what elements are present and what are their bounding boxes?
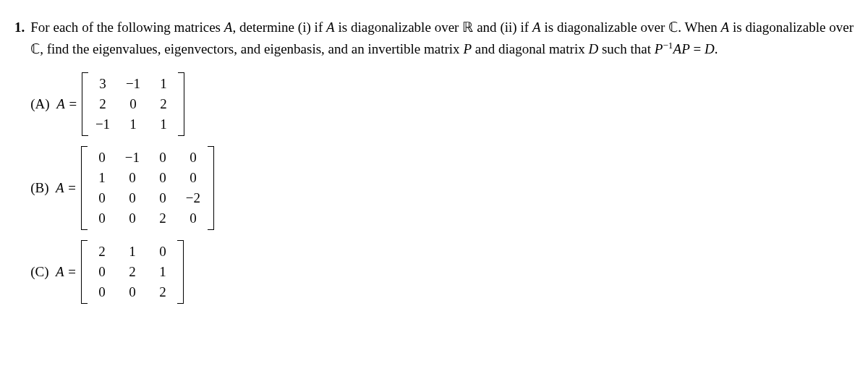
cell: −1	[123, 74, 143, 95]
var-A: A	[224, 20, 233, 35]
cell: 0	[92, 262, 112, 283]
cell: 1	[153, 114, 174, 135]
part-letter: (B)	[30, 180, 48, 195]
cell: 0	[92, 282, 112, 303]
cell: 2	[153, 282, 173, 303]
set-C: ℂ	[668, 20, 678, 35]
eq-equals: =	[690, 41, 705, 56]
cell: 0	[153, 168, 173, 189]
text-fragment: , determine (i) if	[232, 20, 326, 35]
eq-D: D	[705, 41, 715, 56]
cell: 0	[122, 188, 142, 209]
text-fragment: , find the eigenvalues, eigenvectors, an…	[40, 41, 463, 56]
cell: 0	[92, 208, 112, 229]
cell: 2	[122, 262, 142, 283]
var-P: P	[463, 41, 472, 56]
cell: 1	[153, 74, 174, 95]
matrix-A: 3 −1 1 2 0 2 −1 1 1	[82, 72, 184, 136]
part-lhs: A =	[56, 264, 77, 279]
problem-1: 1. For each of the following matrices A,…	[14, 17, 854, 311]
bracket-right	[178, 72, 184, 136]
cell: 0	[183, 168, 203, 189]
var-A: A	[326, 20, 335, 35]
matrix-grid: 0 −1 0 0 1 0 0 0 0 0 0 −2 0 0 2	[89, 146, 206, 230]
cell: 0	[92, 148, 112, 169]
cell: 2	[153, 94, 174, 115]
cell: −1	[93, 114, 113, 135]
eq-P: P	[655, 41, 663, 56]
var-D: D	[588, 41, 598, 56]
text-fragment: is diagonalizable over	[541, 20, 669, 35]
text-fragment: such that	[598, 41, 655, 56]
cell: 0	[122, 282, 142, 303]
part-letter: (C)	[30, 264, 48, 279]
part-A: (A) A = 3 −1 1 2 0 2 −1 1 1	[30, 69, 854, 139]
matrix-grid: 2 1 0 0 2 1 0 0 2	[89, 240, 176, 304]
cell: 0	[153, 242, 173, 263]
part-label: (A) A =	[30, 94, 77, 115]
part-lhs: A =	[56, 180, 77, 195]
cell: 0	[122, 168, 142, 189]
text-fragment: and diagonal matrix	[472, 41, 588, 56]
part-letter: (A)	[30, 96, 49, 111]
cell: 1	[92, 168, 112, 189]
part-B: (B) A = 0 −1 0 0 1 0 0 0 0 0	[30, 143, 854, 233]
set-C: ℂ	[30, 41, 40, 56]
cell: 1	[123, 114, 143, 135]
bracket-left	[81, 146, 88, 230]
parts-list: (A) A = 3 −1 1 2 0 2 −1 1 1	[30, 69, 854, 307]
text-fragment: is diagonalizable over	[729, 20, 854, 35]
text-fragment: For each of the following matrices	[30, 20, 224, 35]
cell: 2	[92, 242, 112, 263]
part-lhs: A =	[56, 96, 77, 111]
part-label: (C) A =	[30, 262, 77, 283]
matrix-C: 2 1 0 0 2 1 0 0 2	[81, 240, 184, 304]
cell: 0	[153, 188, 173, 209]
cell: 0	[92, 188, 112, 209]
text-fragment: .	[715, 41, 718, 56]
text-fragment: . When	[678, 20, 720, 35]
cell: 2	[153, 208, 173, 229]
var-A: A	[532, 20, 541, 35]
problem-number: 1.	[14, 17, 25, 38]
matrix-B: 0 −1 0 0 1 0 0 0 0 0 0 −2 0 0 2	[81, 146, 214, 230]
cell: 1	[122, 242, 142, 263]
matrix-grid: 3 −1 1 2 0 2 −1 1 1	[90, 72, 176, 136]
problem-statement: For each of the following matrices A, de…	[30, 17, 854, 59]
bracket-right	[177, 240, 184, 304]
cell: 3	[93, 74, 113, 95]
text-fragment: is diagonalizable over	[335, 20, 463, 35]
bracket-left	[81, 240, 88, 304]
bracket-left	[82, 72, 88, 136]
problem-body: For each of the following matrices A, de…	[30, 17, 854, 311]
part-C: (C) A = 2 1 0 0 2 1 0 0 2	[30, 237, 854, 307]
cell: 0	[153, 148, 173, 169]
cell: 0	[183, 208, 203, 229]
var-A: A	[721, 20, 730, 35]
bracket-right	[208, 146, 214, 230]
cell: 0	[183, 148, 203, 169]
cell: 2	[93, 94, 113, 115]
text-fragment: and (ii) if	[473, 20, 532, 35]
cell: 0	[123, 94, 143, 115]
eq-AP: AP	[673, 41, 690, 56]
cell: 0	[122, 208, 142, 229]
eq-sup: −1	[663, 40, 673, 51]
part-label: (B) A =	[30, 178, 77, 199]
cell: 1	[153, 262, 173, 283]
cell: −2	[183, 188, 203, 209]
set-R: ℝ	[462, 20, 473, 35]
cell: −1	[122, 148, 142, 169]
